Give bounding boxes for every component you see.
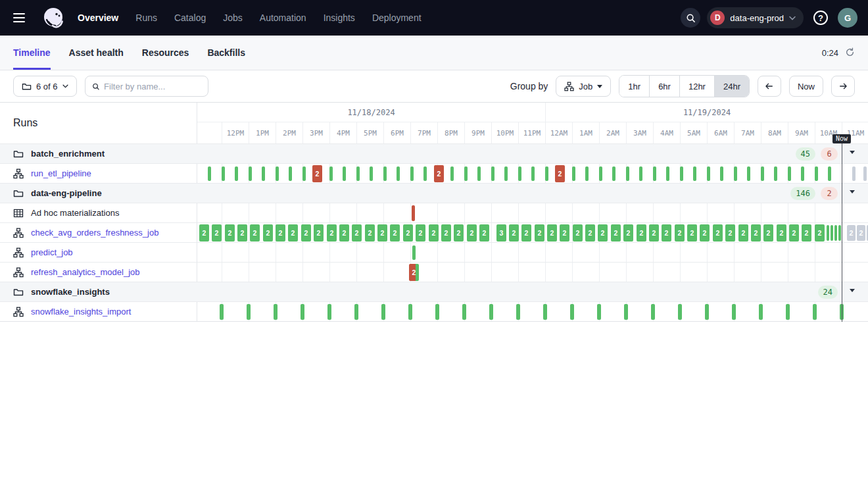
run-bar[interactable]: [612, 166, 615, 181]
run-bar[interactable]: [734, 166, 737, 181]
run-bar[interactable]: [838, 225, 841, 241]
range-1hr[interactable]: 1hr: [619, 76, 649, 97]
run-bar[interactable]: 2: [212, 224, 222, 242]
run-bar[interactable]: [834, 225, 837, 241]
run-bar[interactable]: [381, 304, 385, 320]
run-bar[interactable]: [462, 304, 466, 320]
run-bar[interactable]: [801, 166, 804, 181]
run-bar[interactable]: 2: [250, 224, 260, 242]
run-bar[interactable]: [504, 166, 508, 181]
run-bar[interactable]: [626, 166, 629, 181]
run-bar[interactable]: [570, 304, 574, 320]
run-bar[interactable]: [518, 166, 521, 181]
run-bar[interactable]: [302, 166, 306, 181]
row-label[interactable]: refresh_analytics_model_job: [31, 267, 139, 277]
run-bar[interactable]: 2: [377, 224, 387, 242]
run-bar[interactable]: 2: [675, 224, 685, 242]
run-bar[interactable]: [412, 245, 416, 260]
run-bar[interactable]: [262, 166, 265, 181]
run-bar[interactable]: 2: [312, 165, 322, 182]
run-bar[interactable]: 2: [560, 224, 569, 242]
run-bar[interactable]: [774, 166, 777, 181]
run-bar[interactable]: 2: [738, 224, 748, 242]
run-bar[interactable]: 2: [339, 224, 349, 242]
run-bar[interactable]: [639, 166, 642, 181]
run-bar[interactable]: 2: [416, 224, 425, 242]
run-bar[interactable]: 2: [390, 224, 400, 242]
run-bar[interactable]: 2: [585, 224, 595, 242]
run-bar[interactable]: [247, 304, 251, 320]
jump-to-now-button[interactable]: Now: [789, 76, 823, 97]
run-bar[interactable]: [680, 166, 683, 181]
run-bar[interactable]: 2: [454, 224, 464, 242]
deployment-switcher[interactable]: D data-eng-prod: [707, 7, 804, 28]
run-bar[interactable]: [585, 166, 589, 181]
run-bar[interactable]: 2: [547, 224, 557, 242]
run-bar[interactable]: 2: [662, 224, 671, 242]
run-bar[interactable]: [397, 166, 400, 181]
run-bar[interactable]: 2: [637, 224, 646, 242]
run-bar[interactable]: 2: [700, 224, 710, 242]
run-bar[interactable]: 2: [789, 224, 799, 242]
menu-icon[interactable]: [13, 9, 30, 26]
run-bar[interactable]: 2: [751, 224, 761, 242]
run-bar[interactable]: [235, 166, 238, 181]
run-bar[interactable]: [477, 166, 481, 181]
nav-item-runs[interactable]: Runs: [135, 13, 157, 23]
run-bar[interactable]: 2: [521, 224, 531, 242]
run-bar[interactable]: [545, 166, 548, 181]
run-bar[interactable]: [572, 166, 575, 181]
avatar[interactable]: G: [838, 8, 857, 28]
run-bar[interactable]: 2: [713, 224, 723, 242]
run-bar[interactable]: [383, 166, 387, 181]
run-bar[interactable]: [666, 166, 669, 181]
run-bar[interactable]: [327, 304, 331, 320]
run-bar[interactable]: [761, 166, 764, 181]
run-bar[interactable]: [450, 166, 454, 181]
run-bar[interactable]: 2: [434, 165, 444, 182]
tab-asset-health[interactable]: Asset health: [69, 36, 124, 70]
run-bar[interactable]: 2: [301, 224, 311, 242]
refresh-icon[interactable]: [845, 47, 855, 59]
run-bar[interactable]: [852, 166, 856, 181]
run-bar[interactable]: 2: [225, 224, 235, 242]
run-bar[interactable]: [788, 166, 791, 181]
dagster-logo-icon[interactable]: [41, 5, 66, 30]
run-bar[interactable]: [651, 304, 655, 320]
range-6hr[interactable]: 6hr: [649, 76, 679, 97]
run-bar[interactable]: 2: [237, 224, 247, 242]
run-bar[interactable]: [707, 166, 710, 181]
nav-item-insights[interactable]: Insights: [324, 13, 355, 23]
run-bar[interactable]: [516, 304, 520, 320]
tab-timeline[interactable]: Timeline: [13, 36, 51, 70]
run-bar[interactable]: 2: [598, 224, 608, 242]
expand-caret-icon[interactable]: [848, 289, 856, 295]
run-bar[interactable]: [653, 166, 656, 181]
nav-item-catalog[interactable]: Catalog: [174, 13, 206, 23]
nav-item-jobs[interactable]: Jobs: [223, 13, 243, 23]
run-bar[interactable]: [863, 166, 867, 181]
run-bar[interactable]: [831, 225, 833, 241]
run-bar[interactable]: [329, 166, 333, 181]
run-bar[interactable]: 2: [441, 224, 451, 242]
name-filter[interactable]: [85, 76, 208, 97]
run-bar[interactable]: 2: [725, 224, 735, 242]
run-bar[interactable]: 2: [479, 224, 489, 242]
timeline-row-batch-enrichment[interactable]: batch_enrichment456: [0, 143, 868, 163]
run-bar[interactable]: 2: [314, 224, 324, 242]
row-label[interactable]: snowflake_insights_import: [31, 307, 131, 317]
tab-resources[interactable]: Resources: [142, 36, 189, 70]
run-bar[interactable]: [747, 166, 750, 181]
run-bar[interactable]: [370, 166, 373, 181]
run-bar[interactable]: [354, 304, 358, 320]
run-bar[interactable]: 2: [263, 224, 273, 242]
timeline-row-snowflake-insights[interactable]: snowflake_insights24: [0, 282, 868, 301]
run-bar[interactable]: [732, 304, 736, 320]
run-bar[interactable]: [408, 304, 412, 320]
expand-caret-icon[interactable]: [848, 190, 856, 197]
run-bar[interactable]: 2: [847, 225, 856, 241]
run-bar[interactable]: 2: [802, 224, 811, 242]
run-bar[interactable]: [597, 304, 601, 320]
run-bar[interactable]: [412, 205, 415, 221]
run-bar[interactable]: [813, 304, 817, 320]
